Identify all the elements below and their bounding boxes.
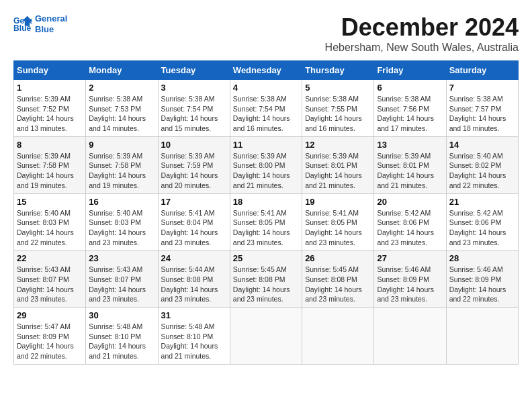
day-info: Sunrise: 5:41 AM Sunset: 8:05 PM Dayligh… (233, 208, 299, 248)
day-info: Sunrise: 5:46 AM Sunset: 8:09 PM Dayligh… (377, 265, 443, 304)
weekday-header-tuesday: Tuesday (158, 61, 230, 80)
day-cell-12: 12Sunrise: 5:39 AM Sunset: 8:01 PM Dayli… (302, 136, 374, 193)
empty-cell (374, 308, 446, 365)
day-cell-21: 21Sunrise: 5:42 AM Sunset: 8:06 PM Dayli… (446, 193, 518, 250)
day-info: Sunrise: 5:39 AM Sunset: 8:01 PM Dayligh… (305, 151, 371, 191)
weekday-header-wednesday: Wednesday (230, 61, 302, 80)
calendar-subtitle: Hebersham, New South Wales, Australia (325, 42, 519, 54)
day-number: 18 (233, 197, 299, 207)
weekday-header-monday: Monday (86, 61, 158, 80)
day-cell-5: 5Sunrise: 5:38 AM Sunset: 7:55 PM Daylig… (302, 80, 374, 137)
header: General Blue General Blue December 2024 … (13, 13, 519, 54)
day-cell-3: 3Sunrise: 5:38 AM Sunset: 7:54 PM Daylig… (158, 80, 230, 137)
day-number: 26 (305, 253, 371, 263)
day-cell-11: 11Sunrise: 5:39 AM Sunset: 8:00 PM Dayli… (230, 136, 302, 193)
day-cell-7: 7Sunrise: 5:38 AM Sunset: 7:57 PM Daylig… (446, 80, 518, 137)
day-info: Sunrise: 5:42 AM Sunset: 8:06 PM Dayligh… (377, 208, 443, 248)
day-cell-13: 13Sunrise: 5:39 AM Sunset: 8:01 PM Dayli… (374, 136, 446, 193)
day-cell-22: 22Sunrise: 5:43 AM Sunset: 8:07 PM Dayli… (14, 250, 86, 308)
day-number: 20 (377, 197, 443, 207)
day-number: 13 (377, 140, 443, 150)
day-info: Sunrise: 5:39 AM Sunset: 7:58 PM Dayligh… (17, 151, 83, 191)
day-number: 23 (89, 253, 154, 263)
day-info: Sunrise: 5:45 AM Sunset: 8:08 PM Dayligh… (233, 265, 299, 304)
day-cell-1: 1Sunrise: 5:39 AM Sunset: 7:52 PM Daylig… (14, 80, 86, 137)
logo: General Blue General Blue (13, 13, 67, 34)
day-info: Sunrise: 5:38 AM Sunset: 7:53 PM Dayligh… (89, 94, 154, 134)
day-number: 24 (161, 253, 227, 263)
day-cell-17: 17Sunrise: 5:41 AM Sunset: 8:04 PM Dayli… (158, 193, 230, 250)
day-cell-16: 16Sunrise: 5:40 AM Sunset: 8:03 PM Dayli… (86, 193, 158, 250)
day-number: 11 (233, 140, 299, 150)
day-info: Sunrise: 5:38 AM Sunset: 7:54 PM Dayligh… (161, 94, 227, 134)
day-cell-4: 4Sunrise: 5:38 AM Sunset: 7:54 PM Daylig… (230, 80, 302, 137)
day-info: Sunrise: 5:39 AM Sunset: 8:01 PM Dayligh… (377, 151, 443, 191)
weekday-header-saturday: Saturday (446, 61, 518, 80)
day-cell-10: 10Sunrise: 5:39 AM Sunset: 7:59 PM Dayli… (158, 136, 230, 193)
day-number: 27 (377, 253, 443, 263)
day-number: 1 (17, 83, 83, 93)
day-cell-19: 19Sunrise: 5:41 AM Sunset: 8:05 PM Dayli… (302, 193, 374, 250)
day-info: Sunrise: 5:41 AM Sunset: 8:04 PM Dayligh… (161, 208, 227, 248)
day-info: Sunrise: 5:46 AM Sunset: 8:09 PM Dayligh… (449, 265, 515, 304)
calendar-table: SundayMondayTuesdayWednesdayThursdayFrid… (13, 60, 519, 365)
day-number: 5 (305, 83, 371, 93)
day-info: Sunrise: 5:39 AM Sunset: 8:00 PM Dayligh… (233, 151, 299, 191)
day-number: 30 (89, 310, 154, 320)
weekday-header-friday: Friday (374, 61, 446, 80)
weekday-header-thursday: Thursday (302, 61, 374, 80)
day-cell-14: 14Sunrise: 5:40 AM Sunset: 8:02 PM Dayli… (446, 136, 518, 193)
day-number: 25 (233, 253, 299, 263)
week-row-5: 29Sunrise: 5:47 AM Sunset: 8:09 PM Dayli… (14, 308, 519, 365)
day-number: 28 (449, 253, 515, 263)
day-cell-31: 31Sunrise: 5:48 AM Sunset: 8:10 PM Dayli… (158, 308, 230, 365)
day-cell-24: 24Sunrise: 5:44 AM Sunset: 8:08 PM Dayli… (158, 250, 230, 308)
day-cell-26: 26Sunrise: 5:45 AM Sunset: 8:08 PM Dayli… (302, 250, 374, 308)
day-info: Sunrise: 5:42 AM Sunset: 8:06 PM Dayligh… (449, 208, 515, 248)
day-number: 12 (305, 140, 371, 150)
day-info: Sunrise: 5:38 AM Sunset: 7:55 PM Dayligh… (305, 94, 371, 134)
logo-line2: Blue (35, 24, 67, 35)
day-info: Sunrise: 5:39 AM Sunset: 7:52 PM Dayligh… (17, 94, 83, 134)
day-number: 31 (161, 310, 227, 320)
day-info: Sunrise: 5:43 AM Sunset: 8:07 PM Dayligh… (17, 265, 83, 304)
day-info: Sunrise: 5:40 AM Sunset: 8:03 PM Dayligh… (89, 208, 154, 248)
day-number: 6 (377, 83, 443, 93)
day-info: Sunrise: 5:38 AM Sunset: 7:56 PM Dayligh… (377, 94, 443, 134)
day-cell-30: 30Sunrise: 5:48 AM Sunset: 8:10 PM Dayli… (86, 308, 158, 365)
day-info: Sunrise: 5:47 AM Sunset: 8:09 PM Dayligh… (17, 322, 83, 361)
day-number: 7 (449, 83, 515, 93)
day-number: 15 (17, 197, 83, 207)
day-info: Sunrise: 5:41 AM Sunset: 8:05 PM Dayligh… (305, 208, 371, 248)
day-cell-23: 23Sunrise: 5:43 AM Sunset: 8:07 PM Dayli… (86, 250, 158, 308)
calendar-title: December 2024 (325, 13, 519, 42)
day-number: 4 (233, 83, 299, 93)
weekday-header-row: SundayMondayTuesdayWednesdayThursdayFrid… (14, 61, 519, 80)
day-info: Sunrise: 5:38 AM Sunset: 7:57 PM Dayligh… (449, 94, 515, 134)
day-info: Sunrise: 5:45 AM Sunset: 8:08 PM Dayligh… (305, 265, 371, 304)
day-info: Sunrise: 5:44 AM Sunset: 8:08 PM Dayligh… (161, 265, 227, 304)
day-info: Sunrise: 5:39 AM Sunset: 7:59 PM Dayligh… (161, 151, 227, 191)
day-cell-18: 18Sunrise: 5:41 AM Sunset: 8:05 PM Dayli… (230, 193, 302, 250)
week-row-1: 1Sunrise: 5:39 AM Sunset: 7:52 PM Daylig… (14, 80, 519, 137)
day-number: 21 (449, 197, 515, 207)
empty-cell (302, 308, 374, 365)
day-number: 10 (161, 140, 227, 150)
day-info: Sunrise: 5:40 AM Sunset: 8:02 PM Dayligh… (449, 151, 515, 191)
day-info: Sunrise: 5:39 AM Sunset: 7:58 PM Dayligh… (89, 151, 154, 191)
day-cell-9: 9Sunrise: 5:39 AM Sunset: 7:58 PM Daylig… (86, 136, 158, 193)
week-row-2: 8Sunrise: 5:39 AM Sunset: 7:58 PM Daylig… (14, 136, 519, 193)
day-number: 17 (161, 197, 227, 207)
day-cell-27: 27Sunrise: 5:46 AM Sunset: 8:09 PM Dayli… (374, 250, 446, 308)
logo-line1: General (35, 13, 67, 24)
day-number: 14 (449, 140, 515, 150)
week-row-3: 15Sunrise: 5:40 AM Sunset: 8:03 PM Dayli… (14, 193, 519, 250)
day-cell-28: 28Sunrise: 5:46 AM Sunset: 8:09 PM Dayli… (446, 250, 518, 308)
day-cell-2: 2Sunrise: 5:38 AM Sunset: 7:53 PM Daylig… (86, 80, 158, 137)
logo-icon: General Blue (13, 15, 32, 34)
day-number: 9 (89, 140, 154, 150)
day-info: Sunrise: 5:38 AM Sunset: 7:54 PM Dayligh… (233, 94, 299, 134)
empty-cell (446, 308, 518, 365)
day-number: 19 (305, 197, 371, 207)
day-number: 16 (89, 197, 154, 207)
